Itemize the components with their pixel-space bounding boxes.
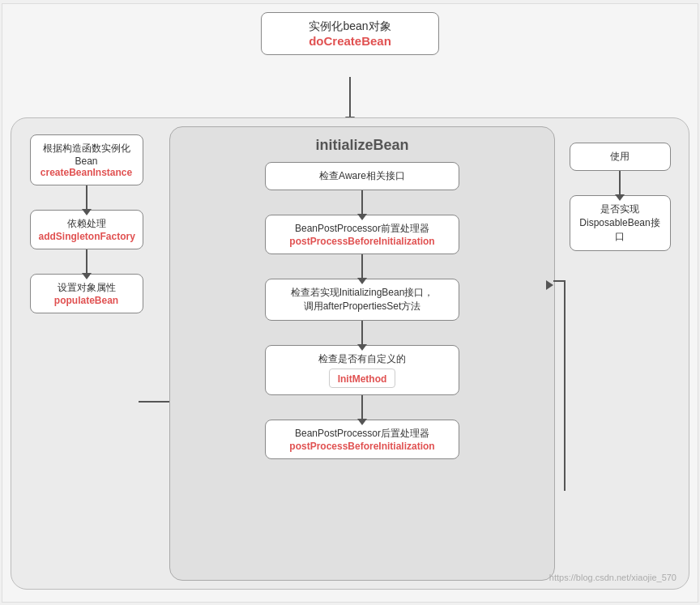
bpp-before-en: postProcessBeforeInitialization xyxy=(275,236,449,247)
init-method-en: InitMethod xyxy=(338,373,387,385)
arrow-c4 xyxy=(361,395,363,420)
arrow-c2 xyxy=(361,254,363,279)
bpp-after-en: postProcessBeforeInitialization xyxy=(275,441,449,452)
right-connector-horizontal xyxy=(553,280,566,282)
bpp-after-cn: BeanPostProcessor后置处理器 xyxy=(275,427,449,441)
create-bean-en: createBeanInstance xyxy=(39,167,134,178)
top-title-cn: 实例化bean对象 xyxy=(271,19,429,34)
bpp-before-cn: BeanPostProcessor前置处理器 xyxy=(275,222,449,236)
disposable-cn: 是否实现DisposableBean接口 xyxy=(577,202,664,244)
flow-bpp-before: BeanPostProcessor前置处理器 postProcessBefore… xyxy=(265,215,459,254)
left-column: 根据构造函数实例化Bean createBeanInstance 依赖处理 ad… xyxy=(23,134,149,313)
outer-container: 根据构造函数实例化Bean createBeanInstance 依赖处理 ad… xyxy=(11,117,689,590)
watermark: https://blog.csdn.net/xiaojie_570 xyxy=(549,573,677,582)
arrow-1 xyxy=(86,185,88,210)
aware-cn: 检查Aware相关接口 xyxy=(275,169,449,183)
diagram-canvas: 实例化bean对象 doCreateBean 根据构造函数实例化Bean cre… xyxy=(2,3,698,603)
arrow-to-right xyxy=(546,280,553,290)
init-method-cn: 检查是否有自定义的 xyxy=(275,352,449,366)
init-bean-cn: 检查若实现InitializingBean接口，调用afterPropertie… xyxy=(275,286,449,313)
create-bean-cn: 根据构造函数实例化Bean xyxy=(39,142,134,167)
arrow-r1 xyxy=(619,171,621,195)
flow-use: 使用 xyxy=(570,143,671,171)
populate-en: populateBean xyxy=(39,295,134,306)
init-title: initializeBean xyxy=(170,137,554,154)
center-column: 检查Aware相关接口 BeanPostProcessor前置处理器 postP… xyxy=(257,162,467,459)
top-title-en: doCreateBean xyxy=(271,34,429,48)
flow-box-populate-bean: 设置对象属性 populateBean xyxy=(30,274,143,313)
flow-init-method: 检查是否有自定义的 InitMethod xyxy=(265,345,459,395)
init-container: initializeBean 检查Aware相关接口 BeanPostProce… xyxy=(169,126,555,581)
add-singleton-en: addSingletonFactory xyxy=(39,231,134,242)
arrow-2 xyxy=(86,249,88,274)
arrow-c1 xyxy=(361,190,363,215)
flow-box-add-singleton: 依赖处理 addSingletonFactory xyxy=(30,210,143,249)
add-singleton-cn: 依赖处理 xyxy=(39,217,134,231)
right-column: 使用 是否实现DisposableBean接口 xyxy=(563,143,677,251)
flow-disposable: 是否实现DisposableBean接口 xyxy=(570,195,671,251)
top-box: 实例化bean对象 doCreateBean xyxy=(261,12,439,55)
right-connector-vertical xyxy=(564,280,566,491)
use-cn: 使用 xyxy=(577,150,664,164)
flow-bpp-after: BeanPostProcessor后置处理器 postProcessBefore… xyxy=(265,420,459,459)
flow-aware: 检查Aware相关接口 xyxy=(265,162,459,190)
flow-box-create-bean-instance: 根据构造函数实例化Bean createBeanInstance xyxy=(30,134,143,185)
main-arrow-down xyxy=(349,77,351,117)
arrow-c3 xyxy=(361,321,363,345)
populate-cn: 设置对象属性 xyxy=(39,281,134,295)
flow-initializing-bean: 检查若实现InitializingBean接口，调用afterPropertie… xyxy=(265,279,459,321)
